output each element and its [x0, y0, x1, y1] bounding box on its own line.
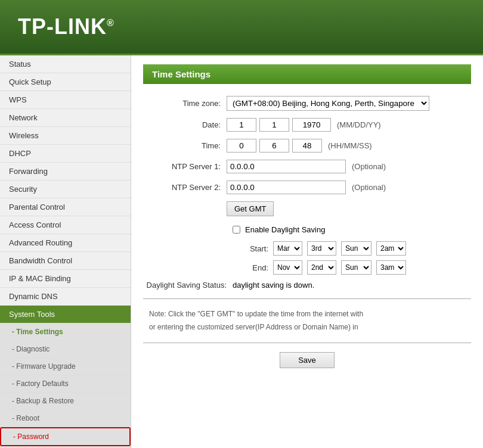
note-line1: Note: Click the "GET GMT" to update the … — [149, 308, 471, 321]
dst-start-day[interactable]: SunMonTueWed ThuFriSat — [341, 241, 371, 256]
sidebar-item-security[interactable]: Security — [0, 181, 131, 198]
dst-start-row: Start: MarJanFebApr MayJunJulAug SepOctN… — [233, 241, 471, 256]
ntp1-input[interactable] — [227, 160, 346, 173]
sidebar-item-password[interactable]: - Password — [0, 427, 131, 446]
sidebar-item-quick-setup[interactable]: Quick Setup — [0, 73, 131, 91]
time-field: (HH/MM/SS) — [227, 139, 372, 153]
ntp1-row: NTP Server 1: (Optional) — [143, 160, 471, 173]
ntp2-row: NTP Server 2: (Optional) — [143, 181, 471, 194]
sidebar-item-dhcp[interactable]: DHCP — [0, 145, 131, 163]
ntp2-label: NTP Server 2: — [143, 183, 227, 192]
note-line2: or entering the customized server(IP Add… — [149, 321, 471, 334]
timezone-select[interactable]: (GMT+08:00) Beijing, Hong Kong, Perth, S… — [227, 96, 429, 111]
content-area: Time Settings Time zone: (GMT+08:00) Bei… — [131, 55, 483, 448]
date-day-input[interactable] — [259, 118, 289, 132]
ntp1-label: NTP Server 1: — [143, 162, 227, 171]
ntp1-field: (Optional) — [227, 160, 386, 173]
header: TP-LINK® — [0, 0, 483, 54]
sidebar-item-factory-defaults[interactable]: - Factory Defaults — [0, 375, 131, 393]
date-label: Date: — [143, 120, 227, 129]
ntp2-field: (Optional) — [227, 181, 386, 194]
dst-start-month[interactable]: MarJanFebApr MayJunJulAug SepOctNovDec — [273, 241, 302, 256]
time-minutes-input[interactable] — [259, 139, 289, 153]
ntp2-optional: (Optional) — [352, 183, 386, 192]
logo: TP-LINK® — [18, 14, 114, 39]
time-format-label: (HH/MM/SS) — [328, 141, 372, 150]
save-row: Save — [143, 352, 471, 368]
sidebar-item-access-control[interactable]: Access Control — [0, 216, 131, 234]
main-container: Status Quick Setup WPS Network Wireless … — [0, 54, 483, 448]
time-seconds-input[interactable] — [292, 139, 322, 153]
dst-start-time[interactable]: 2am1am3am4am — [376, 241, 406, 256]
date-year-input[interactable] — [292, 118, 331, 132]
ntp1-optional: (Optional) — [352, 162, 386, 171]
sidebar-item-wps[interactable]: WPS — [0, 91, 131, 109]
sidebar-item-diagnostic[interactable]: - Diagnostic — [0, 341, 131, 358]
get-gmt-row: Get GMT — [227, 201, 471, 216]
date-format-label: (MM/DD/YY) — [337, 120, 381, 129]
sidebar-item-reboot[interactable]: - Reboot — [0, 410, 131, 427]
dst-end-month[interactable]: NovJanFebMar AprMayJunJul AugSepOctDec — [273, 260, 302, 275]
sidebar-item-wireless[interactable]: Wireless — [0, 127, 131, 145]
daylight-saving-label: Enable Daylight Saving — [245, 225, 325, 234]
sidebar-item-network[interactable]: Network — [0, 109, 131, 127]
dst-start-week[interactable]: 3rd1st2nd4thLast — [307, 241, 336, 256]
dst-end-week[interactable]: 2nd1st3rd4thLast — [307, 260, 336, 275]
sidebar-item-firmware-upgrade[interactable]: - Firmware Upgrade — [0, 358, 131, 375]
timezone-field: (GMT+08:00) Beijing, Hong Kong, Perth, S… — [227, 96, 429, 111]
daylight-saving-row: Enable Daylight Saving — [233, 225, 471, 234]
time-label: Time: — [143, 141, 227, 150]
date-field: (MM/DD/YY) — [227, 118, 381, 132]
sidebar-item-backup-restore[interactable]: - Backup & Restore — [0, 393, 131, 410]
divider — [143, 298, 471, 299]
ntp2-input[interactable] — [227, 181, 346, 194]
date-row: Date: (MM/DD/YY) — [143, 118, 471, 132]
dst-status-value: daylight saving is down. — [233, 281, 314, 290]
sidebar-item-forwarding[interactable]: Forwarding — [0, 163, 131, 181]
sidebar-item-ip-mac-binding[interactable]: IP & MAC Binding — [0, 270, 131, 288]
daylight-saving-checkbox[interactable] — [233, 226, 240, 234]
dst-end-day[interactable]: SunMonTueWed ThuFriSat — [341, 260, 371, 275]
sidebar-item-system-tools[interactable]: System Tools — [0, 306, 131, 323]
get-gmt-button[interactable]: Get GMT — [227, 201, 274, 216]
timezone-row: Time zone: (GMT+08:00) Beijing, Hong Kon… — [143, 96, 471, 111]
save-button[interactable]: Save — [280, 352, 335, 368]
timezone-label: Time zone: — [143, 99, 227, 108]
date-month-input[interactable] — [227, 118, 256, 132]
sidebar-item-status[interactable]: Status — [0, 55, 131, 73]
dst-status-row: Daylight Saving Status: daylight saving … — [143, 281, 471, 290]
dst-end-time[interactable]: 3am1am2am4am — [376, 260, 406, 275]
sidebar-item-advanced-routing[interactable]: Advanced Routing — [0, 234, 131, 252]
sidebar-item-parental-control[interactable]: Parental Control — [0, 198, 131, 216]
section-title: Time Settings — [143, 64, 471, 84]
dst-end-row: End: NovJanFebMar AprMayJunJul AugSepOct… — [233, 260, 471, 275]
sidebar-item-time-settings[interactable]: - Time Settings — [0, 323, 131, 341]
sidebar-item-bandwidth-control[interactable]: Bandwidth Control — [0, 252, 131, 270]
note-area: Note: Click the "GET GMT" to update the … — [149, 308, 471, 334]
divider2 — [143, 343, 471, 343]
dst-start-label: Start: — [233, 244, 268, 253]
dst-table: Start: MarJanFebApr MayJunJulAug SepOctN… — [233, 241, 471, 275]
sidebar-item-dynamic-dns[interactable]: Dynamic DNS — [0, 288, 131, 306]
time-hours-input[interactable] — [227, 139, 256, 153]
sidebar: Status Quick Setup WPS Network Wireless … — [0, 55, 131, 448]
dst-end-label: End: — [233, 263, 268, 272]
dst-status-label: Daylight Saving Status: — [143, 281, 233, 290]
time-row: Time: (HH/MM/SS) — [143, 139, 471, 153]
